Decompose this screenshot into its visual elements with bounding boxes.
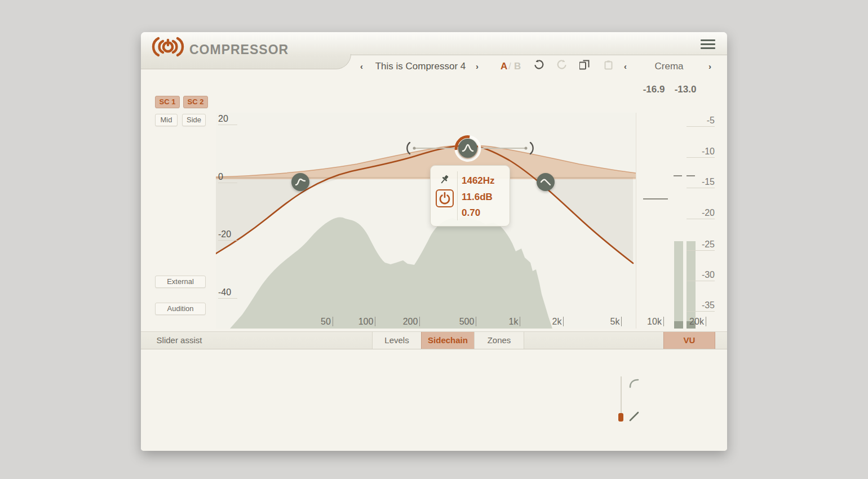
ab-compare-separator: / (508, 61, 511, 72)
linear-release-icon[interactable] (628, 410, 640, 423)
meter-marker-dashed (674, 175, 698, 176)
eq-curve-plot (216, 113, 636, 329)
sidechain-1-button[interactable]: SC 1 (155, 96, 180, 108)
x-axis-label: 20k (681, 317, 715, 327)
x-axis-label: 200 (395, 317, 428, 327)
meter-scale-label: -20 (687, 208, 715, 219)
view-tab-strip: Slider assist Levels Sidechain Zones VU (141, 331, 727, 349)
meter-scale-label: -5 (687, 116, 715, 127)
meter-scale-label: -15 (687, 177, 715, 188)
release-curve-slider-handle[interactable] (618, 413, 623, 422)
ab-compare-b[interactable]: B (514, 61, 521, 72)
y-axis-label: -40 (218, 287, 237, 299)
x-axis-label: 1k (498, 317, 532, 327)
meter-scale-label: -35 (687, 300, 715, 312)
side-button[interactable]: Side (182, 114, 206, 126)
sidechain-2-button[interactable]: SC 2 (183, 96, 208, 108)
eq-node-highshelf[interactable] (537, 173, 555, 191)
x-axis-label: 50 (310, 317, 344, 327)
audition-sidechain-button[interactable]: Audition (155, 303, 206, 315)
preset-title[interactable]: This is Compressor 4 (370, 61, 471, 72)
tooltip-divider (457, 171, 458, 220)
vu-meter-toggle[interactable]: VU (663, 332, 715, 349)
curved-release-icon[interactable] (628, 378, 640, 390)
meter-scale-label: -30 (687, 270, 715, 281)
y-axis-label: -20 (218, 229, 237, 241)
y-axis-label: 0 (218, 172, 237, 183)
x-axis-label: 100 (350, 317, 384, 327)
preset-next-button[interactable]: › (476, 61, 479, 71)
tab-sidechain[interactable]: Sidechain (421, 332, 475, 349)
meter-scale-label: -25 (687, 239, 715, 251)
preset2-prev-button[interactable]: ‹ (624, 61, 627, 71)
external-button[interactable]: External (155, 276, 206, 288)
slider-assist-toggle[interactable]: Slider assist (151, 332, 207, 349)
band-power-button[interactable] (436, 189, 454, 207)
x-axis-label: 5k (599, 317, 633, 327)
bandwidth-handle-right (530, 143, 533, 154)
pin-icon[interactable] (437, 173, 451, 187)
paste-icon[interactable] (603, 59, 614, 70)
desktop: { "app": { "title": "COMPRESSOR" }, "pre… (0, 0, 868, 479)
ab-compare-a[interactable]: A (501, 61, 507, 72)
meter-readout-left: -16.9 (637, 84, 671, 95)
spectrum-analyzer-shape (230, 217, 552, 329)
tooltip-frequency: 1462Hz (462, 175, 507, 187)
preset-prev-button[interactable]: ‹ (360, 61, 363, 71)
y-axis-label: 20 (218, 114, 237, 125)
x-axis-label: 2k (541, 317, 575, 327)
preset2-next-button[interactable]: › (708, 61, 711, 71)
x-axis-label: 500 (451, 317, 485, 327)
tooltip-q: 0.70 (462, 207, 507, 219)
meter-marker-solid (643, 198, 668, 199)
eq-node-lowshelf[interactable] (291, 173, 309, 191)
preset-row: ‹ This is Compressor 4 › A / B ‹ Crema › (141, 55, 727, 76)
node-tooltip: 1462Hz 11.6dB 0.70 (430, 165, 510, 227)
redo-icon[interactable] (556, 59, 568, 70)
preset2-title[interactable]: Crema (635, 61, 703, 72)
undo-icon[interactable] (533, 59, 544, 70)
knob-panel: Threshold-18.0dBAuditionRatio4.9Make up0… (141, 349, 727, 451)
bandwidth-handle-left (407, 143, 410, 154)
copy-icon[interactable] (579, 59, 591, 70)
sidechain-eq-graph[interactable]: 200-20-40 1462Hz 11.6dB 0.70 (216, 113, 636, 329)
meter-readout-right: -13.0 (668, 84, 702, 95)
plugin-window: COMPRESSOR ‹ This is Compressor 4 › A / … (141, 32, 727, 451)
menu-icon[interactable] (701, 39, 715, 49)
tab-levels[interactable]: Levels (372, 332, 422, 349)
x-axis-label: 10k (639, 317, 672, 327)
vu-bar-left (674, 241, 683, 329)
tooltip-gain: 11.6dB (462, 192, 507, 203)
mid-button[interactable]: Mid (155, 114, 178, 126)
vu-bar-right (687, 241, 696, 329)
meter-scale-label: -10 (687, 147, 715, 158)
tab-zones[interactable]: Zones (474, 332, 524, 349)
eq-node-bell-selected[interactable] (458, 139, 477, 158)
